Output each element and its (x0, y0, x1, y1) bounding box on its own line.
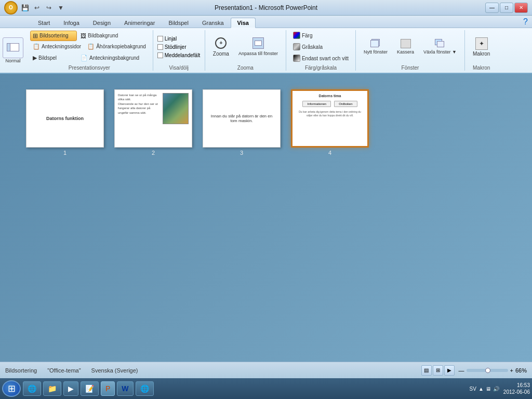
nytt-fonster-label: Nytt fönster (364, 49, 388, 55)
tab-bildspel[interactable]: Bildspel (162, 18, 195, 28)
nytt-fonster-btn[interactable]: Nytt fönster (360, 31, 391, 62)
ie-icon: 🌐 (28, 384, 36, 393)
zoom-plus-btn[interactable]: + (510, 367, 513, 374)
taskbar-browser-btn[interactable]: 🌐 (136, 381, 154, 396)
view-buttons: ▤ ⊞ ▶ (421, 365, 455, 376)
anteckningssidor-label: Anteckningssidor (42, 44, 81, 49)
title-bar: O 💾 ↩ ↪ ▼ Presentation1 - Microsoft Powe… (0, 0, 532, 16)
anpassa-btn[interactable]: Anpassa till fönster (235, 31, 282, 62)
anteckningssidor-btn[interactable]: 📋 Anteckningssidor (30, 42, 84, 51)
anpassa-label: Anpassa till fönster (238, 51, 278, 56)
save-quick-btn[interactable]: 💾 (20, 3, 30, 13)
zooma-label: Zooma (213, 51, 229, 57)
redo-quick-btn[interactable]: ↪ (44, 3, 54, 13)
slide2-image (163, 93, 189, 124)
customize-quick-btn[interactable]: ▼ (56, 3, 66, 13)
slide4-btn-dict[interactable]: Ordboken (334, 101, 357, 107)
office-button[interactable]: O (4, 1, 18, 15)
zooma-btn[interactable]: + Zooma (209, 31, 233, 62)
ahorarkopiebakgrund-label: Åhörarkopiebakgrund (96, 44, 146, 49)
slide4-btn-info[interactable]: Informationen (302, 101, 331, 107)
normal-view-label: Normal (5, 58, 20, 63)
undo-quick-btn[interactable]: ↩ (32, 3, 42, 13)
help-icon[interactable]: ? (519, 16, 532, 28)
status-language: Svenska (Sverige) (91, 367, 138, 374)
slide-thumb-2[interactable]: Datorer kan se ut på många olika sätt. O… (114, 89, 192, 148)
window-controls: — □ ✕ (485, 3, 528, 13)
slide-number-1: 1 (63, 150, 66, 156)
slides-row: Datorns funktion 1 Datorer kan se ut på … (16, 84, 379, 161)
view-slide-btn[interactable]: ▶ (444, 365, 455, 376)
taskbar-explorer-btn[interactable]: 📁 (43, 381, 61, 396)
kassera-label: Kassera (397, 49, 414, 55)
slide-number-4: 4 (328, 150, 331, 156)
normal-view-group: Normal (0, 30, 26, 71)
main-content: Datorns funktion 1 Datorer kan se ut på … (0, 74, 532, 362)
taskbar-media-btn[interactable]: ▶ (63, 381, 78, 396)
farg-label: Färg (302, 33, 313, 38)
meddelandefalt-checkbox[interactable]: Meddelandefält (157, 52, 200, 59)
normal-view-btn[interactable] (3, 37, 23, 58)
slide-thumb-1[interactable]: Datorns funktion (26, 89, 104, 148)
taskbar-notepad-btn[interactable]: 📝 (81, 381, 99, 396)
zoom-slider[interactable] (467, 369, 508, 372)
slide-thumb-4[interactable]: Datorns tima Informationen Ordboken Du k… (291, 89, 369, 148)
tab-granska[interactable]: Granska (195, 18, 231, 28)
linjal-check-box[interactable] (157, 36, 163, 42)
status-right: ▤ ⊞ ▶ — + 66% (421, 365, 527, 376)
view-normal-btn[interactable]: ▤ (421, 365, 432, 376)
bildspel-btn[interactable]: ▶ Bildspel (30, 53, 77, 63)
folder-icon: 📁 (48, 384, 57, 393)
farg-btn[interactable]: Färg (290, 30, 351, 41)
meddelandefalt-check-box[interactable] (157, 52, 163, 58)
zoom-control: — + 66% (459, 367, 527, 374)
view-grid-btn[interactable]: ⊞ (433, 365, 443, 376)
bildsortering-btn[interactable]: ⊞ Bildsortering (30, 31, 77, 41)
tab-design[interactable]: Design (86, 18, 117, 28)
ribbon-group-zooma: + Zooma Anpassa till fönster Zooma (205, 30, 286, 71)
bildbakgrund-btn[interactable]: 🖼 Bildbakgrund (78, 31, 125, 41)
clock-time: 16:53 (503, 382, 530, 389)
anteckningsbakgrund-btn[interactable]: 📄 Anteckningsbakgrund (78, 53, 142, 63)
minimize-button[interactable]: — (485, 3, 499, 13)
media-icon: ▶ (68, 384, 74, 393)
tab-start[interactable]: Start (31, 18, 57, 28)
linjal-checkbox[interactable]: Linjal (157, 35, 200, 42)
maximize-button[interactable]: □ (500, 3, 513, 13)
status-view: Bildsortering (5, 367, 37, 374)
taskbar-ie-btn[interactable]: 🌐 (23, 381, 41, 396)
start-button[interactable]: ⊞ (2, 380, 21, 397)
makron-btn[interactable]: ✦ Makron (469, 31, 494, 62)
arrow-up-icon[interactable]: ▲ (478, 386, 484, 392)
kassera-btn[interactable]: Kassera (393, 31, 418, 62)
zoom-slider-thumb[interactable] (485, 368, 490, 373)
tab-infoga[interactable]: Infoga (57, 18, 86, 28)
ribbon-group-visadolj: Linjal Stödlinjer Meddelandefält Visa/dö… (153, 30, 205, 71)
tab-animeringar[interactable]: Animeringar (117, 18, 162, 28)
ribbon-row-top: ⊞ Bildsortering 🖼 Bildbakgrund (30, 30, 125, 41)
tab-visa[interactable]: Visa (231, 18, 256, 28)
slide2-body: Datorer kan se ut på många olika sätt. O… (118, 93, 161, 144)
clock[interactable]: 16:53 2012-06-06 (503, 382, 530, 395)
linjal-label: Linjal (165, 36, 177, 42)
zoom-minus-btn[interactable]: — (459, 367, 464, 374)
speaker-icon: 🔊 (493, 386, 499, 392)
slide-container-2: Datorer kan se ut på många olika sätt. O… (114, 89, 192, 156)
taskbar-powerpoint-btn[interactable]: P (101, 381, 115, 396)
ahorarkopiebakgrund-btn[interactable]: 📋 Åhörarkopiebakgrund (85, 42, 149, 51)
svartvitt-btn[interactable]: Endast svart och vitt (290, 53, 351, 63)
presentationsvyer-label: Presentationsvyer (30, 63, 149, 71)
vaxla-fonster-btn[interactable]: Växla fönster ▼ (420, 31, 460, 62)
slide-thumb-3[interactable]: Innan du slår på datorn är den en tom ma… (203, 89, 281, 148)
ribbon-group-farg: Färg Gråskala Endast svart och vitt Färg… (286, 30, 356, 71)
stodlinjer-check-box[interactable] (157, 44, 163, 50)
graskala-btn[interactable]: Gråskala (290, 42, 351, 52)
stodlinjer-checkbox[interactable]: Stödlinjer (157, 44, 200, 50)
bildsortering-label: Bildsortering (39, 33, 69, 38)
ribbon-group-presentationsvyer: ⊞ Bildsortering 🖼 Bildbakgrund 📋 Anteckn… (26, 30, 153, 71)
system-tray: SV ▲ 🖥 🔊 (470, 386, 499, 392)
bildbakgrund-label: Bildbakgrund (88, 33, 118, 38)
taskbar-word-btn[interactable]: W (117, 381, 133, 396)
close-button[interactable]: ✕ (514, 3, 528, 13)
slide1-title: Datorns funktion (46, 116, 84, 121)
